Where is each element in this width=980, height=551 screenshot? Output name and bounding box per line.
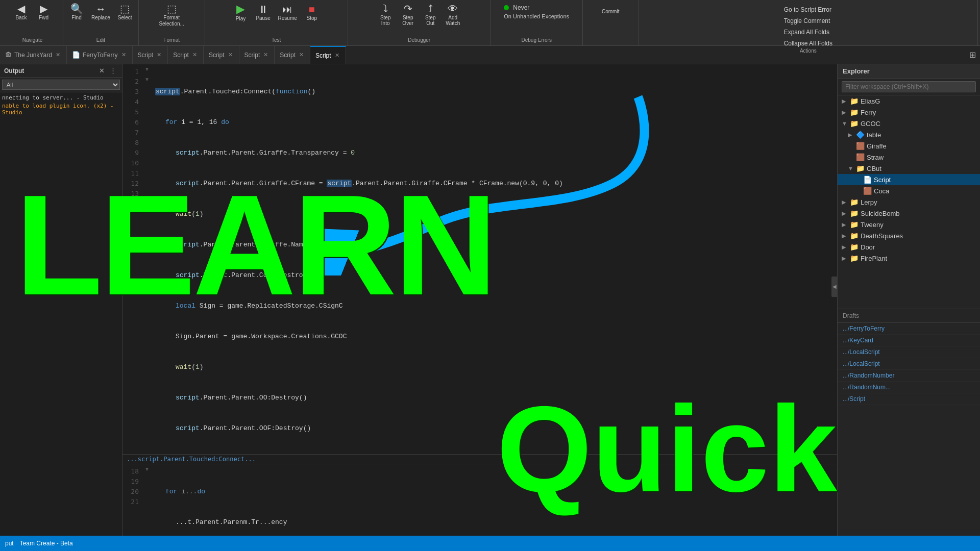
format-icon: ⬚	[167, 4, 177, 14]
code-line-7: script.Parent.Parent.Coca:Destroy()	[155, 270, 833, 281]
path-localscript-2[interactable]: .../LocalScript	[838, 358, 980, 370]
tree-item-straw[interactable]: 🟫 Straw	[838, 152, 980, 163]
tree-arrow: ▶	[842, 98, 848, 105]
tree-item-script-selected[interactable]: 📄 Script	[838, 174, 980, 185]
format-group: ⬚ FormatSelection... Format	[139, 0, 205, 45]
status-left: put Team Create - Beta	[5, 540, 73, 547]
find-button[interactable]: 🔍 Find	[66, 2, 87, 22]
commit-button[interactable]: Commit	[599, 7, 622, 16]
tree-item-eliasg[interactable]: ▶ 📁 EliasG	[838, 95, 980, 107]
mesh-icon: 🟫	[856, 142, 865, 150]
path-keycard[interactable]: .../KeyCard	[838, 335, 980, 346]
step-out-button[interactable]: ⤴ StepOut	[420, 2, 440, 28]
tree-item-giraffe[interactable]: 🟫 Giraffe	[838, 140, 980, 152]
tab-junkyard-close[interactable]: ✕	[55, 51, 61, 59]
code-line-2: for i = 1, 16 do	[155, 117, 833, 128]
tab-junkyard[interactable]: 🏚 The JunkYard ✕	[0, 46, 67, 64]
code-line-4: script.Parent.Parent.Giraffe.CFrame = sc…	[155, 179, 833, 189]
tab-panel-toggle[interactable]: ⊞	[965, 50, 980, 60]
tab-script-3-close[interactable]: ✕	[227, 51, 234, 59]
tree-item-gcoc[interactable]: ▼ 📁 GCOC	[838, 118, 980, 129]
tab-script-4-close[interactable]: ✕	[262, 51, 269, 59]
tab-script-4[interactable]: Script ✕	[239, 46, 275, 64]
code-line-18: for i...do	[155, 487, 833, 497]
main-area: Output ✕ ⋮ All nnecting to server... - S…	[0, 64, 980, 536]
tab-script-2-close[interactable]: ✕	[191, 51, 198, 59]
path-script[interactable]: .../Script	[838, 393, 980, 405]
tab-script-active-close[interactable]: ✕	[334, 52, 340, 59]
output-filter-select[interactable]: All	[2, 80, 120, 90]
mesh-icon: 🟫	[856, 153, 865, 161]
fwd-icon: ▶	[40, 4, 47, 14]
tab-script-5-close[interactable]: ✕	[298, 51, 305, 59]
stop-button[interactable]: ■ Stop	[302, 3, 322, 22]
tab-bar: 🏚 The JunkYard ✕ 📄 FerryToFerry ✕ Script…	[0, 46, 980, 64]
output-menu-button[interactable]: ⋮	[108, 66, 118, 75]
tab-ferrytoferry[interactable]: 📄 FerryToFerry ✕	[67, 46, 133, 64]
code-line-6: script.Parent.Parent.Giraffe.Name = "OO"	[155, 240, 833, 250]
commit-group: Commit -	[583, 0, 639, 45]
status-bar: put Team Create - Beta	[0, 536, 980, 551]
tree-arrow: ▶	[842, 233, 848, 239]
add-watch-button[interactable]: 👁 AddWatch	[443, 2, 463, 28]
code-line-11: script.Parent.Parent.OO:Destroy()	[155, 393, 833, 403]
format-selection-button[interactable]: ⬚ FormatSelection...	[156, 2, 186, 29]
tree-item-tweeny[interactable]: ▶ 📁 Tweeny	[838, 219, 980, 230]
path-localscript-1[interactable]: .../LocalScript	[838, 346, 980, 358]
add-watch-icon: 👁	[448, 4, 458, 14]
explorer-filter-input[interactable]	[842, 81, 976, 92]
code-content-2: for i...do ...t.Parent.Parenm.Tr...ency …	[151, 464, 837, 536]
tab-script-active[interactable]: Script ✕	[310, 46, 346, 64]
resume-button[interactable]: ⏭ Resume	[276, 3, 300, 22]
debugger-group: ⤵ StepInto ↷ StepOver ⤴ StepOut 👁 AddWat…	[348, 0, 491, 45]
path-randomnum[interactable]: .../RandomNum...	[838, 382, 980, 393]
tab-junkyard-icon: 🏚	[5, 51, 12, 59]
select-button[interactable]: ⬚ Select	[115, 2, 135, 22]
step-into-button[interactable]: ⤵ StepInto	[375, 2, 396, 28]
tree-item-cbut[interactable]: ▼ 📁 CBut	[838, 163, 980, 174]
tab-script-1-close[interactable]: ✕	[156, 51, 162, 59]
select-icon: ⬚	[120, 4, 130, 14]
pause-icon: ⏸	[258, 4, 268, 14]
stop-icon: ■	[309, 4, 315, 14]
fold-arrows-2: ▼	[143, 464, 151, 536]
path-ferrytoferry[interactable]: .../FerryToFerry	[838, 323, 980, 335]
tab-script-3[interactable]: Script ✕	[204, 46, 239, 64]
tree-item-table[interactable]: ▶ 🔷 table	[838, 129, 980, 140]
go-to-script-error-button[interactable]: Go to Script Error	[782, 5, 835, 14]
tree-item-door[interactable]: ▶ 📁 Door	[838, 241, 980, 253]
tree-item-suicidebomb[interactable]: ▶ 📁 SuicideBomb	[838, 208, 980, 219]
code-content: script.Parent.Touched:Connect(function()…	[151, 64, 837, 454]
tree-item-ferry[interactable]: ▶ 📁 Ferry	[838, 107, 980, 118]
expand-all-folds-button[interactable]: Expand All Folds	[782, 28, 835, 37]
edit-group: 🔍 Find ↔ Replace ⬚ Select Edit	[63, 0, 139, 45]
tree-item-fireplant[interactable]: ▶ 📁 FirePlant	[838, 253, 980, 264]
tab-script-5[interactable]: Script ✕	[275, 46, 310, 64]
replace-button[interactable]: ↔ Replace	[89, 2, 113, 22]
code-line-19: ...t.Parent.Parenm.Tr...ency	[155, 517, 833, 528]
tree-item-coca[interactable]: 🟫 Coca	[838, 185, 980, 196]
tree-item-deathsquares[interactable]: ▶ 📁 DeathSquares	[838, 230, 980, 241]
code-editor[interactable]: 1 2 3 4 5 6 7 8 9 10 11 12 13 14 ▼	[122, 64, 837, 454]
code-line-10: wait(1)	[155, 362, 833, 372]
path-randomnumber[interactable]: .../RandomNumber	[838, 370, 980, 382]
tree-arrow: ▼	[848, 165, 854, 171]
tree-arrow: ▶	[842, 244, 848, 251]
panel-collapse-button[interactable]: ◀	[831, 277, 838, 297]
tree-item-lerpy[interactable]: ▶ 📁 Lerpy	[838, 196, 980, 208]
drafts-section: Drafts	[838, 309, 980, 322]
play-button[interactable]: ▶ Play	[231, 2, 251, 23]
pause-button[interactable]: ⏸ Pause	[253, 3, 274, 22]
tab-ferrytoferry-close[interactable]: ✕	[120, 51, 127, 59]
output-close-button[interactable]: ✕	[97, 66, 106, 75]
fwd-button[interactable]: ▶ Fwd	[34, 2, 54, 22]
collapse-all-folds-button[interactable]: Collapse All Folds	[782, 39, 835, 48]
step-over-button[interactable]: ↷ StepOver	[398, 2, 418, 28]
tab-script-1[interactable]: Script ✕	[133, 46, 168, 64]
back-button[interactable]: ◀ Back	[11, 2, 32, 22]
toggle-comment-button[interactable]: Toggle Comment	[782, 16, 835, 26]
find-icon: 🔍	[70, 4, 83, 14]
folder-icon: 📁	[850, 232, 859, 240]
tab-script-2[interactable]: Script ✕	[168, 46, 204, 64]
line-numbers: 1 2 3 4 5 6 7 8 9 10 11 12 13 14	[122, 64, 143, 454]
